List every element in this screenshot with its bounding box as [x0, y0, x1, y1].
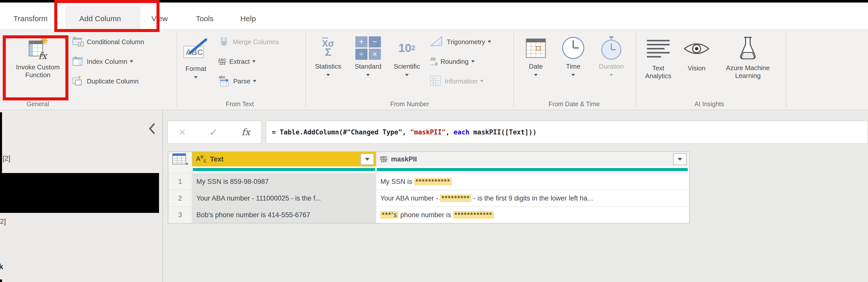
- quality-cell-maskpii: [376, 166, 688, 173]
- scientific-label: Scientific: [389, 63, 425, 70]
- azure-machine-learning-icon: [716, 35, 779, 61]
- redaction-strip-bottom-left: [0, 280, 2, 282]
- select-all-corner-cell[interactable]: [168, 152, 192, 166]
- redaction-strip-left: [0, 112, 2, 173]
- invoke-custom-function-button[interactable]: fx Invoke Custom Function: [5, 35, 71, 79]
- duration-dropdown-caret: [610, 74, 613, 76]
- row-number[interactable]: 1: [168, 174, 192, 190]
- tab-add-column[interactable]: Add Column: [79, 14, 121, 23]
- masked-value-highlight: s: [394, 211, 399, 219]
- standard-icon: +− ÷×: [350, 35, 386, 61]
- vision-label: Vision: [681, 64, 712, 72]
- text-type-icon: ABC: [196, 155, 207, 163]
- dropdown-triangle-icon: [365, 158, 370, 161]
- extract-button[interactable]: ABC 123 Extract: [218, 56, 256, 67]
- cell-maskpii[interactable]: ***'s phone number is ************: [376, 207, 688, 223]
- rounding-button[interactable]: .00 →.0 Rounding: [430, 56, 475, 67]
- formula-part: = Table.AddColumn(#"Changed Type",: [272, 128, 410, 136]
- parse-button[interactable]: abc Parse: [218, 76, 256, 87]
- column-name-maskpii: maskPII: [391, 155, 417, 163]
- partial-text-glyph: k: [0, 262, 3, 270]
- formula-input[interactable]: = Table.AddColumn(#"Changed Type", "mask…: [266, 121, 868, 144]
- group-divider: [305, 32, 306, 107]
- time-button[interactable]: Time: [557, 35, 590, 77]
- queries-pane: [2] 2] k: [0, 110, 162, 282]
- duration-button[interactable]: Duration: [594, 35, 629, 77]
- trigonometry-dropdown-caret: [488, 41, 491, 43]
- quality-bar-valid: [193, 168, 375, 171]
- cell-text[interactable]: Your ABA number - 111000025 - is the f..…: [192, 190, 376, 206]
- information-button[interactable]: 1 − 3 + Information: [430, 76, 484, 87]
- duplicate-column-icon: [72, 75, 84, 87]
- chevron-left-icon: [148, 123, 155, 135]
- azure-machine-learning-label-line1: Azure Machine: [716, 64, 779, 72]
- group-label-general: General: [7, 100, 68, 108]
- standard-button[interactable]: +− ÷× Standard: [350, 35, 386, 77]
- redaction-block-query-name: [0, 173, 159, 213]
- svg-text:abc: abc: [219, 75, 226, 79]
- editor-content-area: [2] 2] k × ✓ fx = Table.AddColumn(#"Chan…: [0, 110, 868, 282]
- tab-transform[interactable]: Transform: [13, 14, 48, 23]
- cell-maskpii[interactable]: Your ABA number - ********* - is the fir…: [376, 190, 688, 206]
- azure-machine-learning-button[interactable]: Azure Machine Learning: [716, 35, 779, 80]
- information-icon: 1 − 3 +: [430, 75, 442, 88]
- column-filter-button-text[interactable]: [361, 153, 374, 165]
- masked-value-highlight: ************: [453, 211, 494, 219]
- date-button[interactable]: Date: [520, 35, 552, 77]
- svg-text:+: +: [437, 81, 439, 85]
- formula-keyword-each: each: [454, 128, 469, 136]
- cell-text[interactable]: Bob's phone number is 414-555-6767: [192, 207, 376, 223]
- text-analytics-button[interactable]: Text Analytics: [641, 37, 676, 80]
- cell-text[interactable]: My SSN is 859-98-0987: [192, 174, 376, 190]
- ribbon: fx Invoke Custom Function ≠ Conditional …: [0, 29, 868, 110]
- svg-text:≠: ≠: [80, 42, 82, 46]
- column-filter-button-maskpii[interactable]: [673, 153, 687, 165]
- trigonometry-button[interactable]: Trigonometry: [430, 36, 491, 48]
- table-row: 1 My SSN is 859-98-0987 My SSN is ******…: [168, 173, 689, 190]
- fx-add-step-icon[interactable]: fx: [242, 128, 250, 137]
- group-divider: [177, 32, 177, 107]
- invoke-custom-function-label-line1: Invoke Custom: [5, 63, 71, 71]
- column-header-text[interactable]: ABC Text: [192, 152, 376, 166]
- information-label: Information: [445, 77, 477, 85]
- commit-formula-icon[interactable]: ✓: [209, 127, 218, 137]
- cancel-formula-icon[interactable]: ×: [179, 127, 186, 138]
- cell-maskpii[interactable]: My SSN is ***********: [376, 174, 688, 190]
- svg-text:1: 1: [432, 76, 434, 81]
- text-analytics-icon: [641, 37, 676, 61]
- collapse-pane-button[interactable]: [148, 123, 155, 136]
- formula-string-literal: "maskPII": [410, 128, 446, 136]
- quality-row-corner: [168, 166, 192, 173]
- merge-columns-button[interactable]: Merge Columns: [218, 36, 279, 48]
- group-divider: [786, 32, 786, 107]
- format-button[interactable]: ABC Format: [181, 37, 211, 80]
- statistics-dropdown-caret: [327, 74, 330, 76]
- row-number[interactable]: 3: [168, 207, 192, 223]
- duration-label: Duration: [594, 63, 629, 70]
- scientific-button[interactable]: 102 Scientific: [389, 35, 425, 77]
- duplicate-column-button[interactable]: Duplicate Column: [72, 76, 138, 87]
- quality-cell-text: [192, 166, 376, 173]
- text-analytics-label-line2: Analytics: [641, 72, 676, 80]
- scientific-icon: 102: [389, 35, 425, 61]
- time-dropdown-caret: [571, 74, 575, 76]
- statistics-button[interactable]: Xσ Σ Statistics: [310, 35, 346, 77]
- query-count-label-partial: 2]: [0, 217, 6, 225]
- group-divider: [514, 32, 514, 107]
- invoke-custom-function-icon: fx: [5, 35, 71, 61]
- ribbon-tab-bar: Transform Add Column View Tools Help: [0, 2, 868, 29]
- index-column-button[interactable]: 1 2 3 Index Column: [72, 56, 133, 67]
- tab-view[interactable]: View: [151, 14, 167, 23]
- column-header-maskpii[interactable]: ABC123 maskPII: [376, 152, 688, 166]
- conditional-column-button[interactable]: ≠ Conditional Column: [72, 36, 144, 48]
- vision-icon: [681, 37, 712, 61]
- row-number[interactable]: 2: [168, 190, 192, 206]
- invoke-custom-function-label-line2: Function: [5, 71, 71, 79]
- tab-tools[interactable]: Tools: [196, 14, 214, 23]
- formula-bar-buttons: × ✓ fx: [167, 121, 262, 144]
- tab-help[interactable]: Help: [240, 14, 256, 23]
- parse-dropdown-caret: [253, 80, 256, 82]
- formula-part: ,: [446, 128, 454, 136]
- extract-icon: ABC 123: [218, 58, 226, 65]
- vision-button[interactable]: Vision: [681, 37, 712, 72]
